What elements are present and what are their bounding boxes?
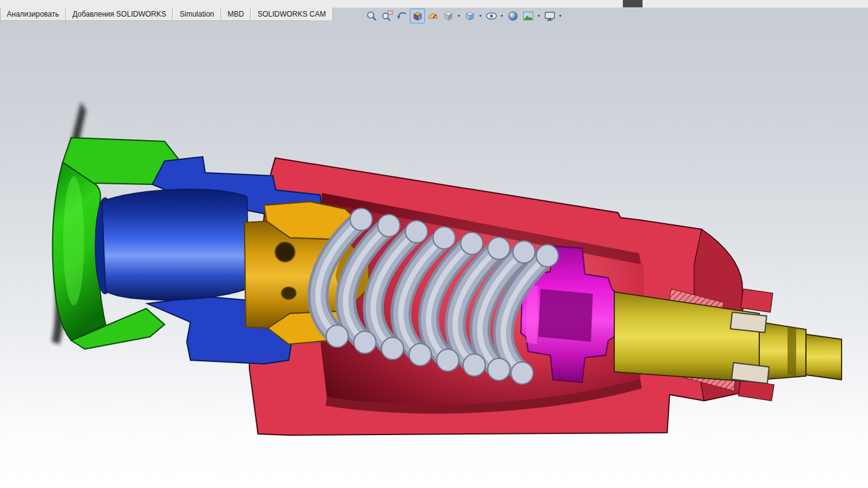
view-settings-dropdown-arrow[interactable]: ▾ bbox=[557, 9, 563, 23]
view-orientation-button[interactable] bbox=[440, 9, 456, 23]
apply-scene-icon bbox=[522, 10, 534, 22]
zoom-to-fit-button[interactable] bbox=[364, 9, 379, 23]
display-style-icon bbox=[464, 10, 476, 22]
edit-appearance-button[interactable] bbox=[505, 9, 520, 23]
tab-analyze[interactable]: Анализировать bbox=[0, 7, 66, 20]
view-orientation-icon bbox=[442, 10, 455, 22]
spring-seat-bore bbox=[538, 289, 593, 342]
body-step-below-seal bbox=[738, 380, 774, 401]
piston-hole-lower bbox=[281, 287, 296, 299]
zoom-to-fit-icon bbox=[366, 10, 378, 22]
stem-tip[interactable] bbox=[806, 334, 842, 380]
view-settings-icon bbox=[544, 10, 556, 22]
hide-show-items-dropdown-arrow[interactable]: ▾ bbox=[499, 9, 505, 23]
view-orientation-dropdown-arrow[interactable]: ▾ bbox=[456, 9, 462, 23]
end-cap-highlight bbox=[63, 176, 84, 305]
dynamic-annotation-views-icon bbox=[427, 10, 439, 22]
spring-seat-highlight bbox=[526, 285, 538, 344]
heads-up-toolbar: ▾ ▾ ▾ ▾ bbox=[364, 8, 563, 24]
section-view-button[interactable] bbox=[410, 9, 425, 23]
apply-scene-dropdown-arrow[interactable]: ▾ bbox=[536, 9, 542, 23]
zoom-to-area-icon bbox=[381, 10, 393, 22]
seal-top[interactable] bbox=[730, 312, 767, 333]
tab-mbd[interactable]: MBD bbox=[221, 7, 251, 20]
previous-view-icon bbox=[396, 10, 409, 22]
tab-simulation[interactable]: Simulation bbox=[173, 7, 221, 20]
command-manager-tabbar: Анализировать Добавления SOLIDWORKS Simu… bbox=[0, 7, 310, 21]
display-style-dropdown-arrow[interactable]: ▾ bbox=[477, 9, 483, 23]
section-view-icon bbox=[412, 10, 424, 22]
stem-groove bbox=[788, 327, 796, 376]
fitting-bore-surface[interactable] bbox=[102, 189, 249, 300]
display-style-button[interactable] bbox=[462, 9, 477, 23]
hide-show-items-button[interactable] bbox=[483, 9, 499, 23]
tab-solidworks-cam[interactable]: SOLIDWORKS CAM bbox=[251, 7, 332, 20]
menubar-fragment bbox=[623, 0, 643, 7]
tab-solidworks-addins[interactable]: Добавления SOLIDWORKS bbox=[66, 7, 173, 20]
body-step-above-seal bbox=[741, 289, 773, 312]
view-settings-button[interactable] bbox=[542, 9, 557, 23]
dynamic-annotation-views-button[interactable] bbox=[425, 9, 440, 23]
zoom-to-area-button[interactable] bbox=[379, 9, 394, 23]
apply-scene-button[interactable] bbox=[520, 9, 536, 23]
previous-view-button[interactable] bbox=[394, 9, 410, 23]
piston-hole[interactable] bbox=[275, 242, 295, 262]
model-canvas[interactable] bbox=[0, 0, 868, 488]
edit-appearance-icon bbox=[507, 10, 519, 22]
graphics-area[interactable] bbox=[0, 0, 868, 488]
seal-bottom[interactable] bbox=[732, 363, 769, 384]
hide-show-items-icon bbox=[485, 10, 498, 22]
